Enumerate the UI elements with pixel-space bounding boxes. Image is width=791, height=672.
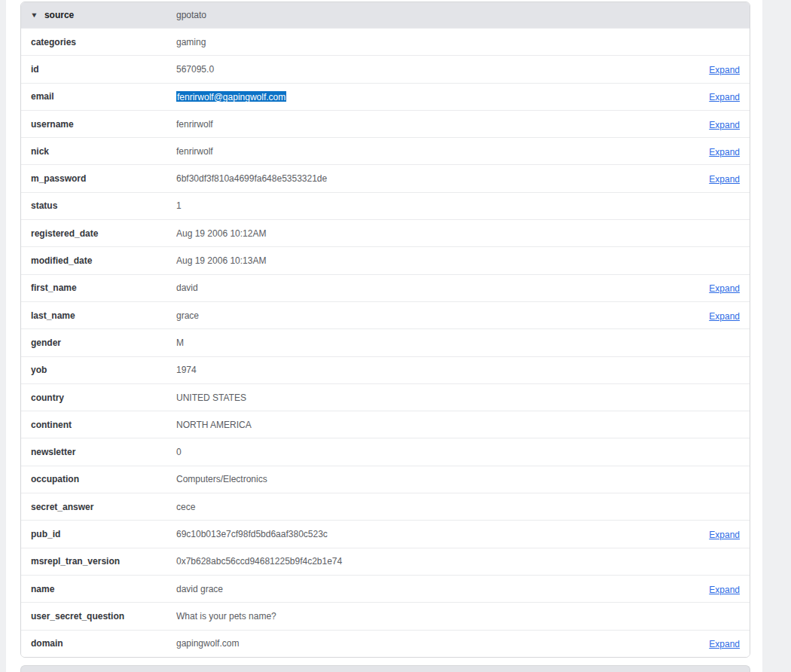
table-row: gender M (21, 328, 750, 356)
field-value: david grace (176, 584, 709, 594)
field-value: david (176, 283, 709, 293)
expand-link[interactable]: Expand (709, 147, 740, 157)
table-row: first_name david Expand (21, 274, 750, 301)
table-row: msrepl_tran_version 0x7b628abc56ccd94681… (21, 548, 750, 575)
expand-link[interactable]: Expand (709, 530, 740, 540)
table-row: last_name grace Expand (21, 301, 750, 328)
field-label: username (21, 119, 176, 130)
field-value: fenrirwolf (176, 146, 709, 157)
field-value: fenrirwolf@gapingwolf.com (176, 91, 709, 102)
table-row: registered_date Aug 19 2006 10:12AM (21, 219, 750, 246)
table-row: pub_id 69c10b013e7cf98fd5bd6aaf380c523c … (21, 520, 750, 547)
field-value: 567095.0 (176, 64, 709, 75)
table-row: categories gaming (21, 28, 750, 55)
table-row: country UNITED STATES (21, 383, 750, 411)
field-label: nick (21, 146, 176, 157)
field-label: email (21, 91, 176, 102)
table-row: occupation Computers/Electronics (21, 466, 750, 493)
field-label: pub_id (21, 529, 176, 539)
table-row: modified_date Aug 19 2006 10:13AM (21, 246, 750, 273)
expand-cell: Expand (709, 527, 750, 541)
expand-cell: Expand (709, 637, 750, 650)
record-rows: categories gaming id 567095.0 Expand ema… (21, 28, 750, 657)
field-label: id (21, 64, 176, 75)
field-label: country (21, 393, 176, 403)
field-value: M (176, 338, 740, 348)
field-value: UNITED STATES (176, 393, 740, 403)
page: { "record_table": { "header": { "field":… (0, 0, 791, 672)
field-label: occupation (21, 474, 176, 484)
field-label: last_name (21, 310, 176, 321)
content-panel: ▼ source gpotato categories gaming id 56… (6, 0, 762, 672)
expand-cell: Expand (709, 281, 750, 295)
expand-cell: Expand (709, 145, 750, 158)
field-label: m_password (21, 173, 176, 184)
table-row: newsletter 0 (21, 438, 750, 465)
field-value: 6bf30df3f810a4699fa648e5353321de (176, 173, 709, 184)
field-value: 69c10b013e7cf98fd5bd6aaf380c523c (176, 529, 709, 539)
table-row: status 1 (21, 192, 750, 219)
table-row: continent NORTH AMERICA (21, 411, 750, 438)
field-label: status (21, 200, 176, 211)
expand-link[interactable]: Expand (709, 92, 740, 102)
field-label: user_secret_question (21, 611, 176, 622)
field-label: registered_date (21, 228, 176, 239)
field-value: NORTH AMERICA (176, 420, 740, 430)
table-row: username fenrirwolf Expand (21, 110, 750, 137)
table-row: name david grace Expand (21, 575, 750, 602)
next-record-header-bar[interactable] (20, 665, 750, 672)
field-label: categories (21, 37, 176, 47)
field-value: Computers/Electronics (176, 474, 740, 484)
field-value: What is your pets name? (176, 611, 740, 622)
expand-cell: Expand (709, 90, 750, 103)
field-value: cece (176, 502, 740, 512)
expand-cell: Expand (709, 63, 750, 76)
table-row: nick fenrirwolf Expand (21, 137, 750, 164)
expand-link[interactable]: Expand (709, 639, 740, 649)
field-label: newsletter (21, 447, 176, 457)
table-row: user_secret_question What is your pets n… (21, 602, 750, 629)
expand-link[interactable]: Expand (709, 283, 740, 294)
triangle-down-icon: ▼ (30, 12, 38, 19)
table-row: domain gapingwolf.com Expand (21, 630, 750, 657)
field-label: secret_answer (21, 502, 176, 512)
field-label: continent (21, 420, 176, 430)
expand-link[interactable]: Expand (709, 311, 740, 322)
field-value: 0x7b628abc56ccd94681225b9f4c2b1e74 (176, 556, 740, 567)
field-value: Aug 19 2006 10:12AM (176, 228, 740, 239)
expand-link[interactable]: Expand (709, 120, 740, 130)
expand-cell: Expand (709, 309, 750, 322)
field-value: 0 (176, 447, 740, 457)
expand-cell: Expand (709, 172, 750, 185)
table-row: m_password 6bf30df3f810a4699fa648e535332… (21, 164, 750, 191)
field-label: gender (21, 338, 176, 348)
record-table: ▼ source gpotato categories gaming id 56… (20, 2, 750, 658)
field-value: fenrirwolf (176, 119, 709, 130)
field-label: modified_date (21, 255, 176, 266)
field-label: yob (21, 365, 176, 375)
field-value: grace (176, 310, 709, 321)
table-row: yob 1974 (21, 356, 750, 383)
selected-text: fenrirwolf@gapingwolf.com (176, 91, 286, 102)
record-header-value: gpotato (176, 10, 740, 20)
field-value: 1974 (176, 365, 740, 375)
field-label: domain (21, 638, 176, 649)
expand-link[interactable]: Expand (709, 65, 740, 75)
field-label: name (21, 584, 176, 594)
table-row: secret_answer cece (21, 493, 750, 520)
expand-link[interactable]: Expand (709, 174, 740, 185)
expand-cell: Expand (709, 582, 750, 596)
table-row: id 567095.0 Expand (21, 55, 750, 82)
field-label: first_name (21, 283, 176, 293)
field-value: gapingwolf.com (176, 638, 709, 649)
record-header-field: ▼ source (21, 10, 176, 20)
field-value: Aug 19 2006 10:13AM (176, 255, 740, 266)
record-header-row[interactable]: ▼ source gpotato (21, 2, 750, 28)
record-header-label: source (44, 10, 74, 20)
table-row: email fenrirwolf@gapingwolf.com Expand (21, 83, 750, 110)
expand-cell: Expand (709, 118, 750, 131)
field-value: 1 (176, 200, 740, 211)
field-label: msrepl_tran_version (21, 556, 176, 567)
field-value: gaming (176, 37, 740, 47)
expand-link[interactable]: Expand (709, 585, 740, 595)
